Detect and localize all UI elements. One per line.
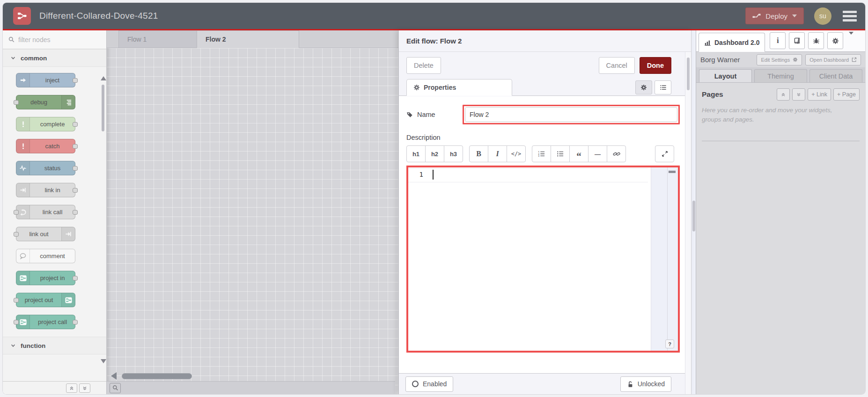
- filter-nodes-input[interactable]: [18, 36, 88, 43]
- palette-node-link-out[interactable]: link out: [16, 227, 75, 241]
- tray-scrollbar-thumb[interactable]: [687, 58, 690, 90]
- tray-title: Edit flow: Flow 2: [399, 30, 691, 52]
- locked-toggle-button[interactable]: Unlocked: [620, 376, 671, 392]
- palette-search[interactable]: [3, 30, 106, 49]
- palette-node-inject[interactable]: inject: [16, 73, 75, 87]
- node-output-port[interactable]: [73, 210, 78, 215]
- palette-node-project-call[interactable]: project call: [16, 315, 75, 329]
- scroll-up-icon[interactable]: [101, 76, 106, 80]
- debug-bug-button[interactable]: [808, 32, 824, 49]
- info-button[interactable]: i: [770, 32, 786, 49]
- scroll-down-icon[interactable]: [101, 359, 106, 363]
- user-avatar[interactable]: su: [814, 7, 831, 25]
- collapse-all-button[interactable]: [66, 383, 77, 393]
- palette-category-common[interactable]: common: [3, 49, 106, 67]
- pages-header-row: Pages + Link + Page: [702, 88, 860, 101]
- settings-button[interactable]: [827, 32, 843, 49]
- palette-node-link-in[interactable]: link in: [16, 183, 75, 197]
- node-input-port[interactable]: [14, 232, 19, 237]
- code-button[interactable]: </>: [507, 145, 526, 162]
- palette-node-status[interactable]: status: [16, 161, 75, 175]
- expand-all-button[interactable]: [79, 383, 90, 393]
- tab-client-data[interactable]: Client Data: [809, 69, 862, 82]
- node-output-port[interactable]: [73, 144, 78, 149]
- sidebar-resize-grip[interactable]: [692, 201, 695, 231]
- workspace-footer: [107, 381, 395, 394]
- tray-scrollbar[interactable]: [685, 52, 691, 394]
- add-page-button[interactable]: + Page: [833, 88, 860, 101]
- tab-flow-1[interactable]: Flow 1: [118, 30, 197, 48]
- editor-minimap[interactable]: [651, 167, 678, 351]
- link-button[interactable]: [607, 145, 626, 162]
- magnifier-icon: [112, 385, 118, 391]
- node-input-port[interactable]: [14, 210, 19, 215]
- node-output-port[interactable]: [73, 276, 78, 281]
- editor-help-button[interactable]: ?: [665, 339, 674, 348]
- unordered-list-icon: [557, 151, 564, 157]
- node-output-port[interactable]: [73, 122, 78, 127]
- node-input-port[interactable]: [14, 298, 19, 303]
- dashboard-tab-label: Dashboard 2.0: [714, 39, 759, 46]
- cancel-button[interactable]: Cancel: [599, 57, 635, 74]
- palette-node-complete[interactable]: complete: [16, 117, 75, 131]
- main-menu-icon[interactable]: [843, 11, 857, 22]
- hscrollbar-thumb[interactable]: [122, 373, 192, 379]
- move-up-button[interactable]: [777, 88, 790, 101]
- palette-node-debug[interactable]: debug: [16, 95, 75, 109]
- palette-scrollbar[interactable]: [101, 69, 105, 367]
- name-label: Name: [406, 111, 463, 118]
- palette-node-link-call[interactable]: link call: [16, 205, 75, 219]
- sidebar-menu-caret[interactable]: [849, 35, 853, 43]
- h1-button[interactable]: h1: [406, 145, 426, 162]
- exclamation-icon: [16, 139, 30, 153]
- ordered-list-button[interactable]: 1 2 3: [532, 145, 551, 162]
- scrollbar-thumb[interactable]: [102, 85, 104, 131]
- double-chevron-down-icon: [796, 92, 802, 97]
- tab-theming[interactable]: Theming: [754, 69, 807, 82]
- node-output-port[interactable]: [73, 78, 78, 83]
- minimap-slider[interactable]: [669, 171, 676, 173]
- scroll-left-icon[interactable]: [111, 372, 117, 380]
- add-link-button[interactable]: + Link: [808, 88, 831, 101]
- bold-button[interactable]: B: [469, 145, 488, 162]
- node-output-port[interactable]: [73, 188, 78, 193]
- tray-tab-bar: Properties: [399, 79, 691, 96]
- description-editor[interactable]: 1 ?: [406, 166, 680, 353]
- edit-settings-button[interactable]: Edit Settings: [757, 54, 802, 65]
- expand-editor-button[interactable]: [655, 145, 674, 162]
- h2-button[interactable]: h2: [425, 145, 444, 162]
- flow-name-input[interactable]: [465, 107, 677, 122]
- tab-properties[interactable]: Properties: [406, 79, 512, 96]
- unordered-list-button[interactable]: [551, 145, 570, 162]
- palette-category-function[interactable]: function: [3, 337, 106, 354]
- node-input-port[interactable]: [14, 100, 19, 105]
- node-output-port[interactable]: [73, 320, 78, 325]
- palette-node-project-out[interactable]: project out: [16, 293, 75, 307]
- edit-properties-button[interactable]: [635, 80, 652, 94]
- move-down-button[interactable]: [792, 88, 805, 101]
- palette-node-comment[interactable]: comment: [16, 249, 75, 263]
- palette-node-project-in[interactable]: project in: [16, 271, 75, 285]
- open-dashboard-button[interactable]: Open Dashboard: [805, 54, 861, 65]
- dashboard-info-row: Borg Warner Edit Settings: [696, 52, 865, 67]
- node-input-port[interactable]: [14, 320, 19, 325]
- quote-button[interactable]: “: [569, 145, 588, 162]
- enabled-toggle-button[interactable]: Enabled: [405, 376, 453, 392]
- tab-flow-2[interactable]: Flow 2: [197, 30, 299, 48]
- node-output-port[interactable]: [73, 166, 78, 171]
- deploy-caret-icon[interactable]: [792, 14, 797, 17]
- description-list-button[interactable]: [655, 80, 671, 94]
- h3-button[interactable]: h3: [444, 145, 463, 162]
- delete-button[interactable]: Delete: [406, 57, 441, 74]
- horizontal-rule-button[interactable]: —: [588, 145, 607, 162]
- editor-cursor: [433, 170, 434, 180]
- help-book-button[interactable]: [789, 32, 805, 49]
- italic-button[interactable]: I: [488, 145, 507, 162]
- zoom-button[interactable]: [110, 383, 121, 393]
- palette-node-catch[interactable]: catch: [16, 139, 75, 153]
- tab-layout[interactable]: Layout: [699, 69, 752, 82]
- sidebar-separator[interactable]: [691, 30, 696, 394]
- tab-dashboard-2[interactable]: Dashboard 2.0: [699, 33, 765, 52]
- deploy-button[interactable]: Deploy: [745, 7, 804, 24]
- done-button[interactable]: Done: [640, 57, 671, 74]
